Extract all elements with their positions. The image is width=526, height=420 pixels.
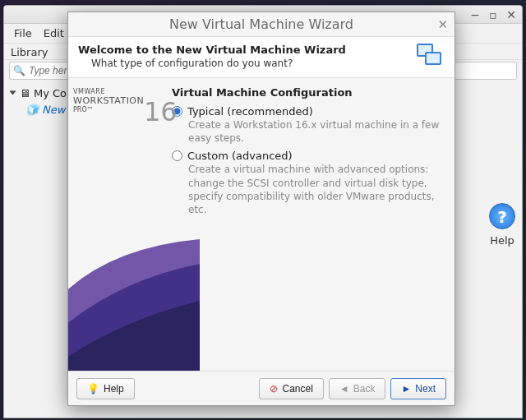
cancel-icon: ⊘ xyxy=(270,383,278,395)
sidebar-help[interactable]: ? Help xyxy=(489,203,515,247)
vm-icon: 🧊 xyxy=(25,104,39,116)
back-button: ◄ Back xyxy=(329,378,386,399)
help-button[interactable]: 💡 Help xyxy=(76,378,135,399)
option-typical[interactable]: Typical (recommended) Create a Workstati… xyxy=(172,105,443,145)
welcome-heading: Welcome to the New Virtual Machine Wizar… xyxy=(78,44,417,56)
menu-file[interactable]: File xyxy=(9,25,37,41)
brand-version: 16 xyxy=(144,96,178,127)
back-button-label: Back xyxy=(353,383,376,395)
maximize-icon[interactable]: ▫ xyxy=(487,9,499,21)
computer-icon: 🖥 xyxy=(20,87,30,99)
brand-vmware: VMWARE xyxy=(73,88,162,95)
arrow-left-icon: ◄ xyxy=(339,383,349,395)
dialog-footer: 💡 Help ⊘ Cancel ◄ Back ► Next xyxy=(68,371,454,405)
menu-edit[interactable]: Edit xyxy=(39,25,69,41)
option-typical-label: Typical (recommended) xyxy=(187,105,313,118)
chevron-down-icon xyxy=(10,91,16,95)
dialog-titlebar[interactable]: New Virtual Machine Wizard ✕ xyxy=(68,12,454,37)
dialog-title: New Virtual Machine Wizard xyxy=(169,16,353,32)
close-icon[interactable]: ✕ xyxy=(437,17,448,32)
option-typical-desc: Create a Workstation 16.x virtual machin… xyxy=(172,118,443,145)
sidebar-help-label: Help xyxy=(489,234,515,247)
help-button-label: Help xyxy=(104,383,124,395)
option-custom[interactable]: Custom (advanced) Create a virtual machi… xyxy=(172,150,443,216)
dialog-brand-panel: VMWARE WORKSTATION PRO™ 16 xyxy=(68,78,167,371)
dialog-header: Welcome to the New Virtual Machine Wizar… xyxy=(68,37,454,78)
option-custom-label: Custom (advanced) xyxy=(187,150,293,162)
next-button-label: Next xyxy=(415,383,436,395)
cancel-button-label: Cancel xyxy=(282,383,312,395)
option-custom-desc: Create a virtual machine with advanced o… xyxy=(172,163,443,216)
search-icon: 🔍 xyxy=(13,65,25,76)
help-icon: ? xyxy=(489,203,515,229)
section-heading: Virtual Machine Configuration xyxy=(172,86,443,99)
wizard-icon xyxy=(417,44,445,68)
dialog-options-panel: Virtual Machine Configuration Typical (r… xyxy=(167,78,454,371)
minimize-icon[interactable]: − xyxy=(469,9,481,21)
arrow-right-icon: ► xyxy=(401,383,411,395)
lightbulb-icon: 💡 xyxy=(87,383,99,395)
cancel-button[interactable]: ⊘ Cancel xyxy=(259,378,323,399)
new-vm-wizard-dialog: New Virtual Machine Wizard ✕ Welcome to … xyxy=(67,12,455,406)
window-close-icon[interactable]: ✕ xyxy=(505,9,517,21)
radio-custom[interactable] xyxy=(172,150,182,161)
welcome-subtext: What type of configuration do you want? xyxy=(78,58,417,69)
next-button[interactable]: ► Next xyxy=(390,378,446,399)
